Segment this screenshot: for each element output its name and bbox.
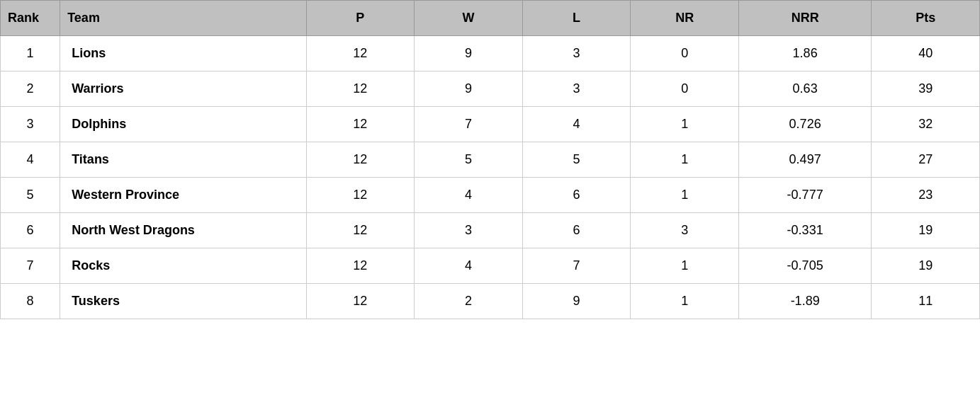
cell-p: 12 [306,178,415,213]
cell-nrr: 0.497 [738,142,871,178]
cell-team: Tuskers [60,284,306,319]
cell-team: Lions [60,36,306,71]
cell-rank: 6 [1,213,60,248]
header-rank: Rank [1,1,60,36]
cell-w: 9 [415,71,523,107]
table-row: 3Dolphins127410.72632 [1,107,980,142]
cell-nr: 0 [631,71,739,107]
cell-w: 2 [415,284,523,319]
cell-nr: 1 [631,284,739,319]
header-l: L [522,1,631,36]
cell-nr: 1 [631,107,739,142]
cell-rank: 8 [1,284,60,319]
cell-rank: 3 [1,107,60,142]
table-row: 6North West Dragons12363-0.33119 [1,213,980,248]
cell-team: Rocks [60,248,306,284]
cell-pts: 32 [872,107,980,142]
table-row: 1Lions129301.8640 [1,36,980,71]
cell-rank: 1 [1,36,60,71]
cell-team: Warriors [60,71,306,107]
cell-nr: 1 [631,178,739,213]
cell-nrr: -0.705 [738,248,871,284]
cell-p: 12 [306,248,415,284]
cell-pts: 19 [872,248,980,284]
cell-w: 4 [415,248,523,284]
cell-l: 4 [522,107,631,142]
cell-w: 7 [415,107,523,142]
cell-p: 12 [306,142,415,178]
cell-l: 6 [522,178,631,213]
cell-pts: 39 [872,71,980,107]
cell-w: 9 [415,36,523,71]
cell-team: North West Dragons [60,213,306,248]
cell-pts: 40 [872,36,980,71]
table-row: 8Tuskers12291-1.8911 [1,284,980,319]
cell-p: 12 [306,71,415,107]
cell-pts: 27 [872,142,980,178]
cell-pts: 19 [872,213,980,248]
cell-nr: 0 [631,36,739,71]
cell-nr: 1 [631,248,739,284]
cell-rank: 2 [1,71,60,107]
cell-nr: 1 [631,142,739,178]
cell-nrr: -0.331 [738,213,871,248]
cell-nrr: 0.63 [738,71,871,107]
cell-l: 5 [522,142,631,178]
cell-l: 3 [522,71,631,107]
table-row: 4Titans125510.49727 [1,142,980,178]
cell-p: 12 [306,284,415,319]
header-p: P [306,1,415,36]
cell-w: 3 [415,213,523,248]
cell-l: 7 [522,248,631,284]
cell-p: 12 [306,36,415,71]
cell-l: 9 [522,284,631,319]
table-row: 5Western Province12461-0.77723 [1,178,980,213]
cell-nrr: 1.86 [738,36,871,71]
cell-p: 12 [306,213,415,248]
cell-pts: 23 [872,178,980,213]
cell-nrr: -0.777 [738,178,871,213]
cell-w: 4 [415,178,523,213]
table-header-row: Rank Team P W L NR NRR Pts [1,1,980,36]
cell-nrr: -1.89 [738,284,871,319]
header-pts: Pts [872,1,980,36]
cell-l: 3 [522,36,631,71]
table-row: 7Rocks12471-0.70519 [1,248,980,284]
header-nr: NR [631,1,739,36]
cell-w: 5 [415,142,523,178]
cell-rank: 5 [1,178,60,213]
header-nrr: NRR [738,1,871,36]
cell-nr: 3 [631,213,739,248]
cell-rank: 7 [1,248,60,284]
cell-pts: 11 [872,284,980,319]
cell-rank: 4 [1,142,60,178]
header-w: W [415,1,523,36]
cell-l: 6 [522,213,631,248]
standings-table: Rank Team P W L NR NRR Pts 1Lions129301.… [0,0,980,319]
cell-team: Western Province [60,178,306,213]
cell-nrr: 0.726 [738,107,871,142]
cell-team: Titans [60,142,306,178]
cell-p: 12 [306,107,415,142]
header-team: Team [60,1,306,36]
table-row: 2Warriors129300.6339 [1,71,980,107]
cell-team: Dolphins [60,107,306,142]
